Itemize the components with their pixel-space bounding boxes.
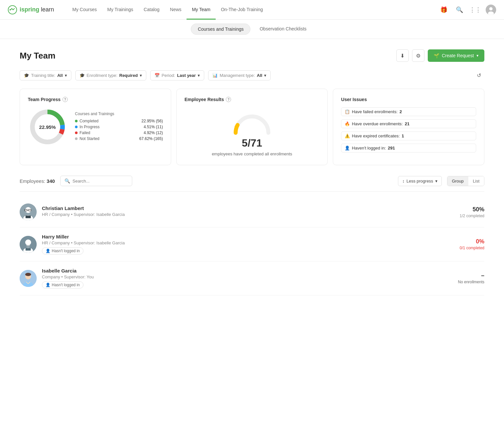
filter-period-label: Period: (162, 73, 175, 78)
sub-nav-courses-trainings[interactable]: Courses and Trainings (191, 24, 250, 35)
employee-info: Isabelle Garcia Company • Supervisor: Yo… (42, 268, 453, 289)
user-issues-card: User Issues 📋 Have failed enrollments: 2… (333, 89, 484, 165)
legend-failed-dot (75, 132, 78, 134)
legend-completed-dot (75, 120, 78, 122)
donut-chart: 22.95% (28, 107, 67, 147)
header: ispring learn My Courses My Trainings Ca… (0, 0, 504, 20)
issue-login-label: Haven't logged in: (352, 146, 386, 150)
progress-completed: 1/2 completed (460, 214, 484, 218)
issue-expired-certificates[interactable]: ⚠️ Have expired certificates: 1 (341, 132, 476, 140)
create-chevron-icon: ▾ (477, 53, 478, 58)
employee-name: Isabelle Garcia (42, 268, 453, 273)
issue-failed-count: 2 (400, 109, 402, 114)
employee-info: Christian Lambert HR / Company • Supervi… (42, 205, 455, 219)
legend-not-started-dot (75, 137, 78, 140)
filters-bar: 🎓 Training title: All ▾ 🎓 Enrollment typ… (20, 70, 484, 81)
no-enrollments-dash: – (458, 272, 484, 279)
svg-point-25 (25, 273, 31, 276)
sort-dropdown[interactable]: ↕ Less progress ▾ (398, 176, 441, 186)
issue-expired-icon: ⚠️ (345, 133, 350, 138)
filter-management-type[interactable]: 📊 Management type: All ▾ (208, 70, 271, 80)
issue-login-count: 291 (388, 146, 395, 150)
logo-icon (8, 5, 17, 14)
settings-button[interactable]: ⚙ (412, 49, 424, 62)
grid-icon[interactable]: ⋮⋮ (470, 5, 480, 15)
svg-rect-21 (26, 248, 31, 251)
view-toggle: Group List (447, 176, 484, 186)
team-progress-info-icon[interactable]: ? (63, 97, 68, 102)
issue-failed-enrollments[interactable]: 📋 Have failed enrollments: 2 (341, 107, 476, 116)
issue-overdue-count: 21 (405, 121, 409, 126)
table-row[interactable]: Isabelle Garcia Company • Supervisor: Yo… (20, 261, 484, 295)
filter-period-chevron: ▾ (198, 73, 200, 78)
sub-nav: Courses and Trainings Observation Checkl… (0, 20, 504, 39)
christian-lambert-avatar (20, 203, 37, 220)
sort-icon: ↕ (402, 179, 405, 184)
filter-enrollment-label: Enrollment type: (87, 73, 117, 78)
employee-info: Harry Miller HR / Company • Supervisor: … (42, 234, 455, 255)
nav-news[interactable]: News (165, 0, 187, 20)
employees-count-value: 340 (47, 178, 55, 184)
nav-catalog[interactable]: Catalog (138, 0, 165, 20)
employee-results-info-icon[interactable]: ? (226, 97, 231, 102)
employee-dept: HR / Company • Supervisor: Isabelle Garc… (42, 212, 455, 217)
view-list-button[interactable]: List (468, 176, 484, 186)
filter-training-title-chevron: ▾ (65, 73, 67, 78)
search-box-icon: 🔍 (64, 178, 70, 184)
issue-expired-label: Have expired certificates: (352, 133, 400, 138)
employee-results-card: Employee Results ? 5/71 employees have (176, 89, 328, 165)
gauge-indicator (235, 126, 238, 129)
employee-name: Harry Miller (42, 234, 455, 239)
filter-training-title[interactable]: 🎓 Training title: All ▾ (20, 70, 71, 80)
employee-progress: – No enrollments (458, 272, 484, 284)
table-row[interactable]: Christian Lambert HR / Company • Supervi… (20, 197, 484, 227)
page-actions: ⬇ ⚙ 🌱 Create Request ▾ (396, 49, 484, 62)
logo[interactable]: ispring learn (8, 5, 54, 14)
logo-text: ispring learn (20, 6, 54, 13)
issue-overdue-enrollments[interactable]: 🔥 Have overdue enrollments: 21 (341, 119, 476, 128)
view-group-button[interactable]: Group (447, 176, 468, 186)
search-icon[interactable]: 🔍 (454, 5, 465, 15)
employee-search-box[interactable]: 🔍 (60, 176, 132, 186)
svg-rect-16 (26, 216, 31, 218)
sub-nav-observation-checklists[interactable]: Observation Checklists (253, 24, 313, 35)
create-request-button[interactable]: 🌱 Create Request ▾ (428, 49, 484, 62)
team-progress-title: Team Progress ? (28, 97, 163, 102)
page-header: My Team ⬇ ⚙ 🌱 Create Request ▾ (20, 49, 484, 62)
user-avatar[interactable] (486, 5, 496, 15)
isabelle-garcia-avatar (20, 270, 37, 287)
issue-failed-label: Have failed enrollments: (352, 109, 397, 114)
issue-overdue-icon: 🔥 (345, 121, 350, 126)
nav-on-the-job[interactable]: On-The-Job Training (216, 0, 268, 20)
download-button[interactable]: ⬇ (396, 49, 409, 62)
employee-search-input[interactable] (73, 179, 128, 184)
employee-dept: Company • Supervisor: You (42, 274, 453, 279)
harry-miller-avatar (20, 236, 37, 253)
user-issues-title: User Issues (341, 97, 476, 102)
table-row[interactable]: Harry Miller HR / Company • Supervisor: … (20, 227, 484, 261)
sort-label: Less progress (406, 179, 433, 184)
avatar (20, 203, 37, 220)
employee-list: Christian Lambert HR / Company • Supervi… (20, 197, 484, 295)
filter-enrollment-chevron: ▾ (140, 73, 142, 78)
nav-my-trainings[interactable]: My Trainings (102, 0, 138, 20)
issues-list: 📋 Have failed enrollments: 2 🔥 Have over… (341, 107, 476, 152)
filter-enrollment-type[interactable]: 🎓 Enrollment type: Required ▾ (75, 70, 146, 80)
nav-my-team[interactable]: My Team (187, 0, 216, 20)
donut-center-label: 22.95% (39, 124, 56, 130)
issue-havent-logged-in[interactable]: 👤 Haven't logged in: 291 (341, 144, 476, 152)
progress-percentage: 50% (460, 206, 484, 213)
avatar (20, 236, 37, 253)
employee-progress: 0% 0/1 completed (460, 238, 484, 250)
employee-progress: 50% 1/2 completed (460, 206, 484, 218)
team-progress-card: Team Progress ? (20, 89, 171, 165)
filter-management-chevron: ▾ (264, 73, 266, 78)
filter-period[interactable]: 📅 Period: Last year ▾ (150, 70, 204, 80)
progress-completed: 0/1 completed (460, 246, 484, 250)
employee-tag-hasnt-logged-in: 👤 Hasn't logged in (42, 247, 83, 255)
legend-completed: Completed 22.95% (56) (75, 119, 163, 123)
svg-point-20 (26, 245, 30, 247)
nav-my-courses[interactable]: My Courses (67, 0, 102, 20)
filter-reset-button[interactable]: ↺ (473, 70, 484, 81)
gift-icon[interactable]: 🎁 (439, 5, 449, 15)
